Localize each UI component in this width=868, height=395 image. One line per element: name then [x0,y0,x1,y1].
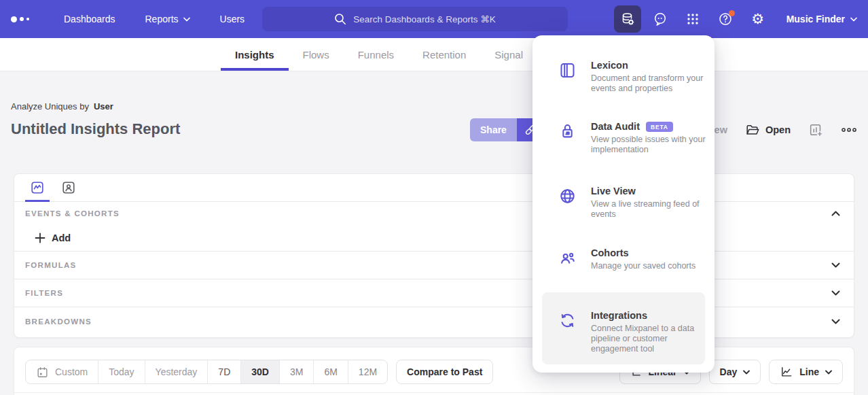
item-title: Integrations [591,310,647,321]
filters-section-header[interactable]: FILTERS [14,279,854,307]
popover-item-data-audit[interactable]: Data Audit BETA View possible issues wit… [558,121,704,155]
compare-to-past-button[interactable]: Compare to Past [396,360,493,384]
popover-item-live-view[interactable]: Live View View a live streaming feed of … [558,186,704,220]
chevron-down-icon[interactable] [831,262,840,268]
range-12m[interactable]: 12M [348,360,387,383]
interval-dropdown[interactable]: Day [709,360,761,384]
board-add-icon [808,122,823,137]
nav-items: Dashboards Reports Users [64,14,245,24]
item-description: View a live streaming feed of events [591,199,715,220]
feedback-button[interactable] [647,5,674,33]
popover-item-lexicon[interactable]: Lexicon Document and transform your even… [558,60,704,94]
calendar-icon [36,366,49,379]
tab-insights[interactable]: Insights [221,38,289,71]
mixpanel-logo[interactable] [11,16,43,22]
data-management-button[interactable] [614,5,641,33]
range-yesterday[interactable]: Yesterday [145,360,209,383]
settings-button[interactable]: ⚙ [744,5,772,33]
tab-flows[interactable]: Flows [289,38,344,71]
popover-item-integrations[interactable]: Integrations Connect Mixpanel to a data … [542,292,705,364]
section-label: EVENTS & COHORTS [25,209,120,218]
chevron-down-icon[interactable] [831,319,840,324]
popover-item-text: Live View View a live streaming feed of … [591,186,715,220]
tab-retention[interactable]: Retention [408,38,480,71]
folder-open-icon [745,122,760,137]
analyze-entity[interactable]: User [94,101,113,111]
add-label: Add [52,233,71,243]
chevron-down-icon[interactable] [831,290,840,296]
card-divider [14,392,854,393]
tab-signal[interactable]: Signal [480,38,537,71]
open-label: Open [765,124,791,135]
item-title: Lexicon [591,60,628,71]
item-description: Connect Mixpanel to a data pipeline or c… [591,324,715,354]
chart-type-dropdown[interactable]: Line [769,360,843,384]
add-to-board-button[interactable] [808,122,823,137]
section-label: FORMULAS [25,261,77,269]
range-today[interactable]: Today [98,360,145,383]
metrics-view-tab[interactable] [25,174,50,201]
chat-bubble-icon [652,11,668,27]
analyze-prefix: Analyze Uniques by [11,101,89,111]
grid-icon [685,11,701,27]
item-description: Document and transform your events and p… [591,73,715,94]
nav-right-group: ⚙ Music Finder [614,5,857,33]
cohorts-icon [558,247,577,271]
range-custom[interactable]: Custom [26,360,98,383]
nav-users[interactable]: Users [220,14,245,24]
more-icon [841,127,857,133]
nav-reports[interactable]: Reports [145,14,190,24]
top-navigation-bar: Dashboards Reports Users Search Dashboar… [0,0,868,38]
item-title: Live View [591,186,636,196]
breakdowns-section-header[interactable]: BREAKDOWNS [14,307,854,336]
formulas-section-header[interactable]: FORMULAS [14,252,854,279]
help-button[interactable] [712,5,739,33]
analyze-line: Analyze Uniques by User [11,101,113,111]
item-description: Manage your saved cohorts [591,261,715,271]
gear-icon: ⚙ [751,12,764,27]
chevron-down-icon [850,17,857,22]
section-label: BREAKDOWNS [25,317,92,326]
chevron-up-icon[interactable] [831,211,840,216]
search-placeholder: Search Dashboards & Reports ⌘K [353,14,495,24]
more-menu-button[interactable] [841,127,857,133]
item-title: Cohorts [591,247,629,258]
apps-grid-button[interactable] [679,5,706,33]
item-description: View possible issues with your implement… [591,135,715,155]
beta-badge: BETA [646,122,673,132]
chart-controls-card: Custom Today Yesterday 7D 30D 3M 6M 12M … [14,347,854,395]
search-input[interactable]: Search Dashboards & Reports ⌘K [262,7,568,31]
range-7d[interactable]: 7D [208,360,241,383]
date-controls-row: Custom Today Yesterday 7D 30D 3M 6M 12M … [25,360,843,384]
popover-item-text: Cohorts Manage your saved cohorts [591,247,715,271]
range-30d[interactable]: 30D [241,360,280,383]
data-audit-icon [558,121,577,155]
data-management-popover: Lexicon Document and transform your even… [532,35,715,373]
popover-item-text: Data Audit BETA View possible issues wit… [591,121,715,155]
query-builder-card: EVENTS & COHORTS Add FORMULAS FILTERS BR… [14,173,854,338]
project-name: Music Finder [786,14,845,24]
share-button[interactable]: Share [470,118,517,141]
chevron-down-icon [183,17,190,22]
range-3m[interactable]: 3M [280,360,314,383]
profile-icon [61,180,76,195]
tab-funnels[interactable]: Funnels [344,38,408,71]
popover-item-text: Integrations Connect Mixpanel to a data … [591,310,715,364]
globe-icon [558,186,577,220]
chevron-down-icon [743,370,750,375]
lexicon-icon [558,60,577,94]
profiles-view-tab[interactable] [56,174,81,201]
nav-dashboards[interactable]: Dashboards [64,14,115,24]
integrations-icon [558,310,577,364]
report-title[interactable]: Untitled Insights Report [11,120,180,138]
project-switcher[interactable]: Music Finder [786,14,857,24]
report-tabbar: Insights Flows Funnels Retention Signal … [0,38,868,71]
popover-item-cohorts[interactable]: Cohorts Manage your saved cohorts [558,247,704,271]
events-cohorts-section-header[interactable]: EVENTS & COHORTS [14,202,854,224]
database-gear-icon [619,11,636,27]
add-event-button[interactable]: Add [35,233,71,243]
open-report-button[interactable]: Open [745,122,791,137]
range-6m[interactable]: 6M [314,360,348,383]
search-icon [334,13,346,25]
date-range-segmented-control: Custom Today Yesterday 7D 30D 3M 6M 12M [25,360,388,384]
